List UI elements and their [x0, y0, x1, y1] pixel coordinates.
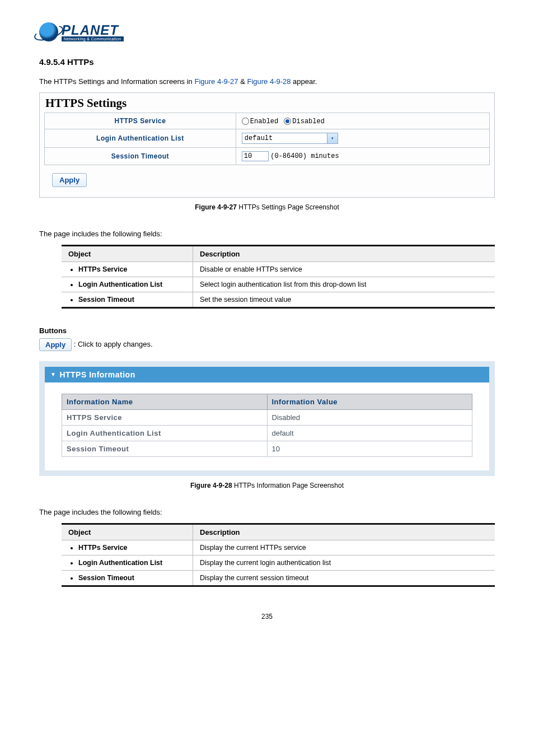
label-session-timeout: Session Timeout — [45, 147, 236, 165]
buttons-heading: Buttons — [39, 326, 495, 335]
radio-icon — [242, 118, 249, 125]
desc-https-service: Disable or enable HTTPs service — [193, 262, 495, 277]
https-settings-table: HTTPS Service Enabled Disabled Login Aut… — [44, 113, 490, 165]
select-value: default — [242, 134, 327, 142]
obj-https-service: HTTPs Service — [78, 544, 186, 552]
desc-session-timeout: Display the current session timeout — [193, 570, 495, 586]
obj-login-auth-list: Login Authentication List — [78, 559, 186, 567]
figure-caption-1: Figure 4-9-27 HTTPs Settings Page Screen… — [39, 203, 495, 211]
obj-session-timeout: Session Timeout — [78, 574, 186, 582]
info-value-https-service: Disabled — [267, 409, 472, 425]
radio-https-disabled[interactable]: Disabled — [284, 117, 325, 125]
info-value-session-timeout: 10 — [267, 441, 472, 456]
desc-login-auth-list: Display the current login authentication… — [193, 555, 495, 570]
obj-login-auth-list: Login Authentication List — [78, 281, 186, 288]
col-info-name: Information Name — [62, 394, 268, 409]
fields-intro-2: The page includes the following fields: — [39, 507, 495, 517]
fields-table-1: Object Description HTTPs Service Disable… — [62, 245, 495, 309]
page-number: 235 — [39, 613, 495, 620]
label-login-auth-list: Login Authentication List — [45, 129, 236, 147]
intro-paragraph: The HTTPs Settings and Information scree… — [39, 77, 495, 87]
radio-https-enabled[interactable]: Enabled — [242, 117, 278, 125]
apply-button-inline[interactable]: Apply — [39, 338, 72, 351]
info-name-login-auth-list: Login Authentication List — [62, 425, 268, 441]
info-name-https-service: HTTPS Service — [62, 409, 268, 425]
hint-session-timeout: (0-86400) minutes — [270, 152, 339, 160]
https-info-title: HTTPS Information — [59, 370, 135, 379]
col-info-value: Information Value — [267, 394, 472, 409]
desc-session-timeout: Set the session timeout value — [193, 292, 495, 307]
desc-login-auth-list: Select login authentication list from th… — [193, 277, 495, 292]
figure-caption-2: Figure 4-9-28 HTTPs Information Page Scr… — [39, 482, 495, 489]
info-name-session-timeout: Session Timeout — [62, 441, 268, 456]
section-heading: 4.9.5.4 HTTPs — [39, 57, 495, 67]
radio-icon — [284, 118, 291, 125]
desc-https-service: Display the current HTTPs service — [193, 540, 495, 555]
chevron-down-icon: ▾ — [327, 133, 338, 143]
fields-intro-1: The page includes the following fields: — [39, 229, 495, 239]
info-value-login-auth-list: default — [267, 425, 472, 441]
obj-https-service: HTTPs Service — [78, 265, 186, 273]
label-https-service: HTTPS Service — [45, 113, 236, 129]
fields-table-2: Object Description HTTPs Service Display… — [62, 523, 495, 587]
buttons-desc: : Click to apply changes. — [74, 340, 153, 348]
section-number: 4.9.5.4 — [39, 57, 65, 67]
input-session-timeout[interactable] — [242, 151, 269, 161]
col-description: Description — [193, 524, 495, 540]
section-title: HTTPs — [67, 57, 94, 67]
link-figure-4-9-27[interactable]: Figure 4-9-27 — [194, 77, 238, 86]
link-figure-4-9-28[interactable]: Figure 4-9-28 — [247, 77, 291, 86]
select-login-auth-list[interactable]: default ▾ — [242, 133, 338, 144]
https-info-table: Information Name Information Value HTTPS… — [62, 394, 472, 457]
obj-session-timeout: Session Timeout — [78, 296, 186, 304]
https-settings-panel: HTTPS Settings HTTPS Service Enabled Dis… — [39, 92, 495, 197]
https-info-panel: ▼ HTTPS Information Information Name Inf… — [39, 361, 495, 476]
https-settings-title: HTTPS Settings — [45, 96, 490, 110]
brand-tagline: Networking & Communication — [62, 36, 124, 41]
brand-name: PLANET — [62, 24, 124, 36]
apply-button[interactable]: Apply — [52, 173, 87, 187]
planet-globe-icon — [39, 22, 58, 41]
col-object: Object — [62, 524, 193, 540]
col-object: Object — [62, 245, 193, 262]
buttons-line: Apply : Click to apply changes. — [39, 338, 495, 351]
https-info-titlebar[interactable]: ▼ HTTPS Information — [45, 367, 489, 382]
caret-down-icon: ▼ — [50, 371, 56, 377]
brand-logo: PLANET Networking & Communication — [39, 22, 495, 41]
col-description: Description — [193, 245, 495, 262]
